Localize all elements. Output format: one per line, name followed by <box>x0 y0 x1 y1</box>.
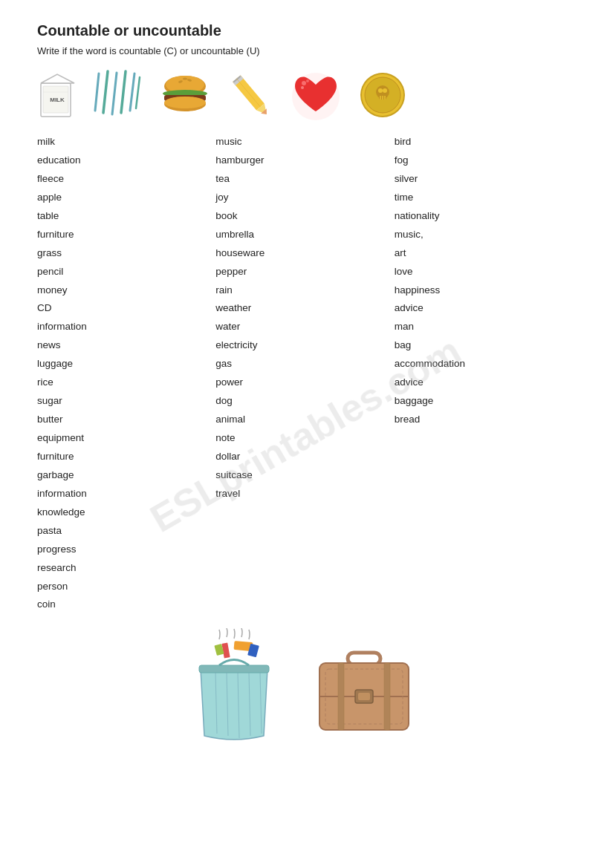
word-item: tea <box>215 171 394 188</box>
hamburger-icon <box>158 70 212 120</box>
word-item: joy <box>215 189 394 206</box>
coin-icon <box>356 70 409 120</box>
subtitle: Write if the word is countable (C) or un… <box>37 45 573 56</box>
svg-line-11 <box>136 77 140 108</box>
svg-line-8 <box>112 73 117 114</box>
word-item: furniture <box>37 448 215 466</box>
word-item: book <box>215 208 394 225</box>
bottom-images-row <box>186 628 573 745</box>
word-item: fog <box>395 152 573 169</box>
word-item: time <box>395 189 573 206</box>
column-3: birdfogsilvertimenationalitymusic,artlov… <box>395 134 573 613</box>
word-item: progress <box>37 541 215 558</box>
word-item: CD <box>37 300 215 317</box>
word-item: pepper <box>215 264 394 281</box>
milk-carton-icon: MILK MILK <box>37 70 78 120</box>
svg-marker-1 <box>41 74 74 83</box>
svg-rect-55 <box>358 693 370 700</box>
svg-rect-45 <box>199 665 269 673</box>
word-item: bag <box>395 337 573 354</box>
svg-rect-58 <box>338 663 344 730</box>
word-item: travel <box>215 486 394 503</box>
svg-point-30 <box>306 79 309 82</box>
word-item: bird <box>395 134 573 151</box>
column-1: milkeducationfleeceappletablefurnituregr… <box>37 134 215 613</box>
svg-line-7 <box>103 71 108 113</box>
word-item: pasta <box>37 523 215 540</box>
svg-point-29 <box>301 86 304 89</box>
word-item: accommodation <box>395 356 573 373</box>
word-item: silver <box>395 171 573 188</box>
suitcase-icon <box>312 647 416 745</box>
words-section: milkeducationfleeceappletablefurnituregr… <box>37 134 573 613</box>
word-item: furniture <box>37 226 215 244</box>
word-item: table <box>37 208 215 225</box>
svg-line-26 <box>236 79 260 107</box>
word-item: information <box>37 319 215 336</box>
word-item: weather <box>215 300 394 317</box>
word-item: rain <box>215 282 394 299</box>
word-item: dollar <box>215 448 394 466</box>
word-item: information <box>37 486 215 503</box>
word-item: knowledge <box>37 504 215 521</box>
column-2: musichamburgerteajoybookumbrellahousewar… <box>215 134 394 613</box>
word-item: luggage <box>37 356 215 373</box>
word-item: suitcase <box>215 467 394 484</box>
word-item: sugar <box>37 393 215 410</box>
svg-rect-59 <box>384 663 390 730</box>
word-item: happiness <box>395 282 573 299</box>
word-item: research <box>37 560 215 577</box>
word-item: person <box>37 578 215 595</box>
word-item: butter <box>37 411 215 428</box>
word-item: water <box>215 319 394 336</box>
word-item: education <box>37 152 215 169</box>
word-item: baggage <box>395 393 573 410</box>
word-item: apple <box>37 189 215 206</box>
word-item: garbage <box>37 467 215 484</box>
word-item: news <box>37 337 215 354</box>
word-item: advice <box>395 300 573 317</box>
images-row: MILK MILK <box>37 70 573 120</box>
word-item: milk <box>37 134 215 151</box>
svg-line-9 <box>121 71 126 113</box>
svg-point-28 <box>302 81 306 85</box>
svg-point-20 <box>164 97 206 108</box>
word-item: love <box>395 264 573 281</box>
word-item: fleece <box>37 171 215 188</box>
word-item: man <box>395 319 573 336</box>
word-item: houseware <box>215 245 394 262</box>
svg-line-6 <box>95 74 99 111</box>
word-item: advice <box>395 374 573 391</box>
svg-text:MILK: MILK <box>50 97 65 103</box>
svg-line-10 <box>130 74 134 111</box>
heart-icon <box>289 70 343 120</box>
word-item: music, <box>395 226 573 244</box>
word-item: electricity <box>215 337 394 354</box>
word-item: umbrella <box>215 226 394 244</box>
word-item: coin <box>37 596 215 613</box>
word-item: pencil <box>37 264 215 281</box>
svg-point-16 <box>183 78 187 80</box>
word-item: rice <box>37 374 215 391</box>
word-item: grass <box>37 245 215 262</box>
word-item: animal <box>215 411 394 428</box>
trash-can-icon <box>186 628 282 745</box>
word-item: note <box>215 430 394 447</box>
word-item: dog <box>215 393 394 410</box>
word-item: hamburger <box>215 152 394 169</box>
word-item: bread <box>395 411 573 428</box>
rain-drops-icon <box>91 70 145 120</box>
svg-point-36 <box>383 88 387 93</box>
word-item: gas <box>215 356 394 373</box>
page-title: Countable or uncountable <box>37 22 573 39</box>
word-item: power <box>215 374 394 391</box>
word-item: money <box>37 282 215 299</box>
pencil-icon <box>225 70 276 120</box>
word-item: equipment <box>37 430 215 447</box>
word-item: music <box>215 134 394 151</box>
word-item: nationality <box>395 208 573 225</box>
word-item: art <box>395 245 573 262</box>
svg-point-35 <box>378 88 383 93</box>
